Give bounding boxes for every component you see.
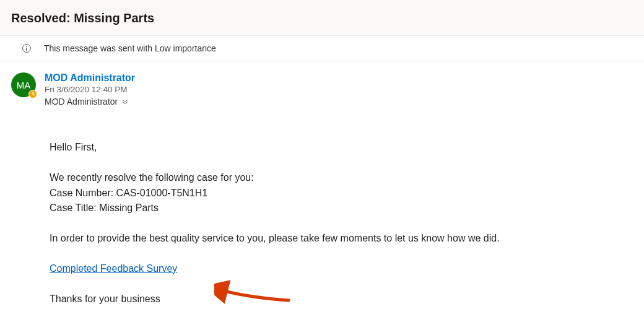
recipient-name: MOD Administrator — [45, 97, 118, 107]
intro-text: We recently resolve the following case f… — [50, 170, 633, 186]
expand-recipients-icon[interactable] — [121, 98, 129, 105]
sent-date: Fri 3/6/2020 12:40 PM — [45, 85, 633, 94]
info-icon — [22, 43, 32, 53]
svg-rect-2 — [26, 48, 27, 51]
recipient-line: MOD Administrator — [45, 97, 633, 107]
svg-point-1 — [26, 46, 27, 47]
sender-name[interactable]: MOD Administrator — [45, 72, 633, 84]
email-header: Resolved: Missing Parts — [0, 0, 644, 36]
sender-avatar[interactable]: MA — [11, 72, 36, 97]
email-body: Hello First, We recently resolve the fol… — [0, 118, 644, 333]
avatar-initials: MA — [17, 80, 31, 90]
greeting-text: Hello First, — [50, 140, 633, 155]
case-number-text: Case Number: CAS-01000-T5N1H1 — [50, 186, 633, 201]
presence-clock-icon — [28, 90, 37, 98]
cta-intro-text: In order to provide the best quality ser… — [50, 231, 633, 246]
importance-text: This message was sent with Low importanc… — [44, 43, 216, 53]
closing-text: Thanks for your business — [50, 292, 633, 307]
email-meta-area: MA MOD Administrator Fri 3/6/2020 12:40 … — [0, 61, 644, 118]
importance-bar: This message was sent with Low importanc… — [0, 36, 644, 61]
email-subject: Resolved: Missing Parts — [11, 11, 633, 25]
case-title-text: Case Title: Missing Parts — [50, 201, 633, 216]
survey-link[interactable]: Completed Feedback Survey — [50, 263, 177, 274]
svg-line-4 — [33, 94, 34, 95]
